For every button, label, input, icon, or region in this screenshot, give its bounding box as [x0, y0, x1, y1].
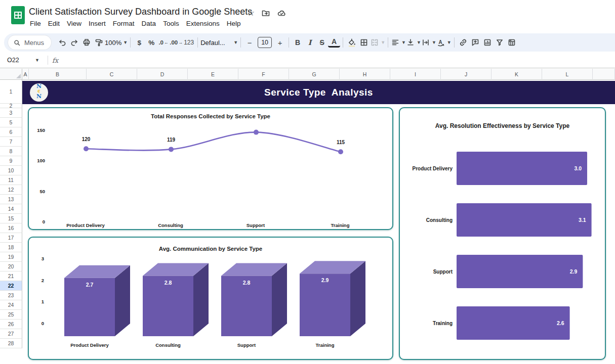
column-header-C[interactable]: C: [87, 69, 137, 80]
column-header-J[interactable]: J: [441, 69, 491, 80]
svg-text:2: 2: [42, 278, 44, 283]
select-all-corner[interactable]: [0, 69, 22, 80]
row-header-15[interactable]: 15: [0, 214, 22, 223]
line-chart-plot[interactable]: 150100500120Product Delivery119Consultin…: [29, 108, 392, 229]
row-header-5[interactable]: 5: [0, 118, 22, 127]
menu-format[interactable]: Format: [109, 19, 138, 28]
menu-help[interactable]: Help: [223, 19, 244, 28]
column-header-E[interactable]: E: [188, 69, 238, 80]
insert-comment-button[interactable]: [469, 36, 481, 49]
row-header-24[interactable]: 24: [0, 300, 22, 310]
font-size-input[interactable]: 10: [258, 37, 272, 48]
row-header-16[interactable]: 16: [0, 223, 22, 233]
text-color-button[interactable]: A: [328, 37, 340, 48]
row-header-19[interactable]: 19: [0, 252, 22, 262]
merge-cells-button[interactable]: ▼: [370, 36, 385, 49]
horizontal-align-button[interactable]: ▼: [391, 36, 406, 49]
insert-chart-button[interactable]: [481, 36, 494, 49]
menu-extensions[interactable]: Extensions: [183, 19, 223, 28]
increase-font-size-button[interactable]: +: [274, 36, 286, 49]
column-header-L[interactable]: L: [542, 69, 593, 80]
row-header-8[interactable]: 8: [0, 147, 22, 156]
functions-button[interactable]: [506, 36, 518, 49]
sheets-logo-icon[interactable]: [11, 6, 25, 24]
row-header-26[interactable]: 26: [0, 320, 22, 329]
column-chart-card[interactable]: Avg. Communication by Service Type 32102…: [28, 237, 393, 360]
move-folder-icon[interactable]: [261, 9, 270, 18]
zoom-select[interactable]: 100%▼: [105, 36, 128, 49]
row-header-13[interactable]: 13: [0, 195, 22, 204]
column-chart-plot[interactable]: 32102.7Product Delivery2.8Consulting2.8S…: [29, 238, 392, 359]
line-chart-card[interactable]: Total Responses Collected by Service Typ…: [28, 107, 393, 230]
row-header-27[interactable]: 27: [0, 329, 22, 339]
column-header-H[interactable]: H: [340, 69, 390, 80]
row-header-14[interactable]: 14: [0, 204, 22, 214]
column-header-K[interactable]: K: [491, 69, 542, 80]
row-header-23[interactable]: 23: [0, 291, 22, 300]
row-header-3[interactable]: 3: [0, 108, 22, 118]
document-title[interactable]: Client Satisfaction Survey Dashboard in …: [29, 7, 252, 17]
row-header-9[interactable]: 9: [0, 156, 22, 166]
italic-button[interactable]: I: [304, 36, 316, 49]
undo-button[interactable]: [56, 36, 68, 49]
column-header-B[interactable]: B: [29, 69, 87, 80]
row-header-22[interactable]: 22: [0, 281, 22, 291]
more-formats-button[interactable]: 123: [183, 36, 195, 49]
redo-button[interactable]: [68, 36, 80, 49]
column-header-A[interactable]: A: [22, 69, 29, 80]
row-header-28[interactable]: 28: [0, 339, 22, 348]
menu-bar: FileEditViewInsertFormatDataToolsExtensi…: [26, 19, 244, 28]
insert-link-button[interactable]: [457, 36, 469, 49]
strikethrough-button[interactable]: S: [316, 36, 328, 49]
menu-edit[interactable]: Edit: [45, 19, 63, 28]
menu-view[interactable]: View: [63, 19, 85, 28]
column-header-I[interactable]: I: [390, 69, 441, 80]
row-header-6[interactable]: 6: [0, 127, 22, 137]
bar-chart-plot[interactable]: 3.0Product Delivery3.1Consulting2.9Suppo…: [400, 108, 605, 359]
row-header-1[interactable]: 1: [0, 80, 22, 104]
star-icon[interactable]: ☆: [247, 8, 255, 18]
column-header-D[interactable]: D: [137, 69, 188, 80]
sheet-canvas[interactable]: N¢N Service Type Analysis Total Response…: [22, 80, 615, 364]
svg-text:Support: Support: [247, 222, 265, 228]
menu-file[interactable]: File: [26, 19, 45, 28]
row-header-18[interactable]: 18: [0, 243, 22, 252]
name-box[interactable]: O22▼: [0, 57, 44, 64]
fill-color-button[interactable]: [346, 36, 358, 49]
menu-data[interactable]: Data: [138, 19, 160, 28]
cloud-status-icon[interactable]: [277, 9, 286, 18]
row-header-11[interactable]: 11: [0, 175, 22, 185]
percent-format-button[interactable]: %: [145, 36, 157, 49]
row-header-7[interactable]: 7: [0, 137, 22, 147]
text-wrap-button[interactable]: ▼: [421, 36, 436, 49]
data-point: [338, 149, 343, 154]
column-header-F[interactable]: F: [238, 69, 289, 80]
bold-button[interactable]: B: [292, 36, 304, 49]
formula-input[interactable]: [58, 53, 615, 68]
column-header-partial[interactable]: [593, 69, 615, 80]
menus-search[interactable]: Menus: [8, 35, 51, 50]
vertical-align-button[interactable]: ▼: [406, 36, 421, 49]
dashboard-banner[interactable]: N¢N Service Type Analysis: [22, 81, 615, 104]
decrease-decimal-button[interactable]: .0←: [157, 36, 170, 49]
row-header-2[interactable]: 2: [0, 104, 22, 108]
menu-tools[interactable]: Tools: [159, 19, 183, 28]
column-header-G[interactable]: G: [289, 69, 340, 80]
row-header-20[interactable]: 20: [0, 262, 22, 271]
borders-button[interactable]: [358, 36, 370, 49]
row-header-10[interactable]: 10: [0, 166, 22, 175]
currency-format-button[interactable]: $: [133, 36, 145, 49]
row-header-17[interactable]: 17: [0, 233, 22, 243]
create-filter-button[interactable]: [494, 36, 506, 49]
decrease-font-size-button[interactable]: −: [243, 36, 256, 49]
row-header-12[interactable]: 12: [0, 185, 22, 195]
increase-decimal-button[interactable]: .00→: [170, 36, 183, 49]
font-select[interactable]: Defaul...▼: [200, 36, 238, 49]
print-button[interactable]: [80, 36, 93, 49]
row-header-25[interactable]: 25: [0, 310, 22, 320]
text-rotation-button[interactable]: A ▼: [436, 36, 452, 49]
menu-insert[interactable]: Insert: [85, 19, 109, 28]
row-header-21[interactable]: 21: [0, 271, 22, 281]
bar-chart-card[interactable]: Avg. Resolution Effectiveness by Service…: [399, 107, 606, 360]
paint-format-button[interactable]: [93, 36, 105, 49]
